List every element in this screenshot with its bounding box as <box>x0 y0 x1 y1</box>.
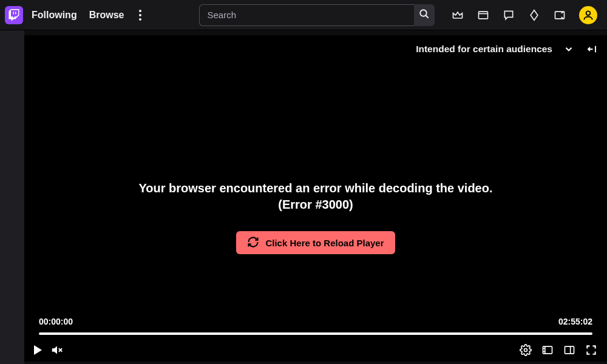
settings-button[interactable] <box>520 344 532 356</box>
search-button[interactable] <box>414 4 435 26</box>
progress-area: 00:00:00 02:55:02 <box>39 317 592 335</box>
audience-label[interactable]: Intended for certain audiences <box>416 44 552 55</box>
user-avatar[interactable] <box>579 6 597 24</box>
main: Intended for certain audiences Your brow… <box>0 30 607 364</box>
nav-links: Following Browse <box>32 10 124 21</box>
svg-rect-0 <box>15 12 16 14</box>
fullscreen-button[interactable] <box>585 344 597 356</box>
search-icon <box>419 8 430 21</box>
svg-point-2 <box>421 10 427 16</box>
error-message: Your browser encountered an error while … <box>121 180 510 213</box>
chevron-down-icon[interactable] <box>563 44 574 55</box>
theatre-mode-button[interactable] <box>563 344 575 356</box>
reload-icon <box>247 236 259 250</box>
broadcast-icon[interactable] <box>554 9 566 21</box>
svg-rect-1 <box>13 12 14 14</box>
nav-browse[interactable]: Browse <box>89 10 124 21</box>
search-input[interactable] <box>199 4 414 26</box>
nav-right <box>452 6 602 24</box>
svg-rect-11 <box>543 346 552 354</box>
twitch-logo[interactable] <box>5 6 23 24</box>
time-total: 02:55:02 <box>558 317 592 326</box>
seek-bar[interactable] <box>39 332 592 335</box>
svg-line-3 <box>426 15 429 18</box>
svg-rect-4 <box>479 12 488 19</box>
inbox-icon[interactable] <box>477 9 489 21</box>
content-area: Intended for certain audiences Your brow… <box>24 30 607 364</box>
reload-button-label: Click Here to Reload Player <box>265 238 384 248</box>
play-button[interactable] <box>34 345 42 355</box>
player-error: Your browser encountered an error while … <box>121 180 510 254</box>
player-controls <box>34 343 597 357</box>
nav-following[interactable]: Following <box>32 10 77 21</box>
bits-icon[interactable] <box>528 9 540 21</box>
video-player: Intended for certain audiences Your brow… <box>24 35 607 362</box>
crown-icon[interactable] <box>452 9 464 21</box>
collapse-chat-icon[interactable] <box>585 44 599 55</box>
play-icon <box>34 345 42 355</box>
audience-bar: Intended for certain audiences <box>416 44 599 55</box>
svg-rect-12 <box>565 346 574 354</box>
clip-button[interactable] <box>541 344 554 356</box>
mute-button[interactable] <box>50 343 64 357</box>
time-current: 00:00:00 <box>39 317 73 326</box>
search <box>199 4 435 26</box>
svg-point-6 <box>586 11 591 15</box>
svg-point-10 <box>524 349 527 352</box>
whispers-icon[interactable] <box>503 9 515 21</box>
more-menu-button[interactable] <box>135 6 146 24</box>
reload-player-button[interactable]: Click Here to Reload Player <box>236 231 395 254</box>
top-nav: Following Browse <box>0 0 607 30</box>
left-sidebar-collapsed <box>0 30 24 364</box>
